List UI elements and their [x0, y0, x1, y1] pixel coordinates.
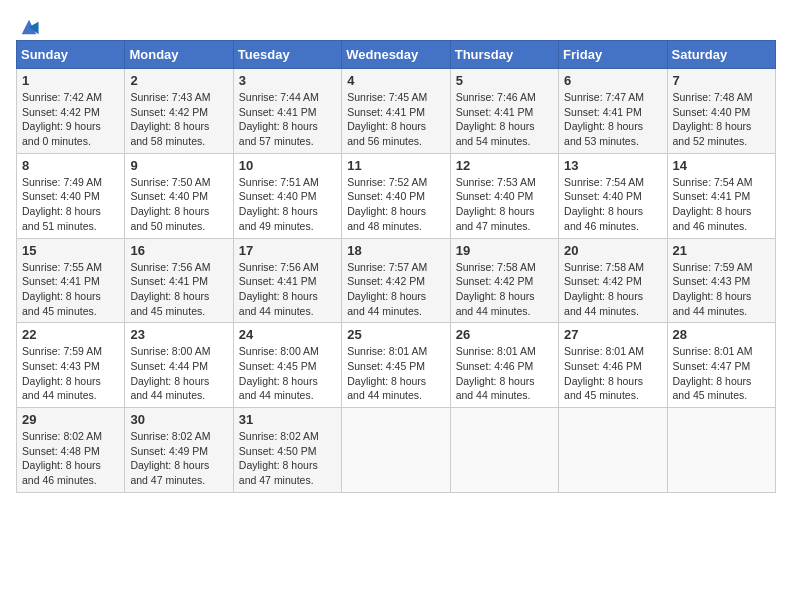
- logo: [16, 16, 40, 32]
- header-tuesday: Tuesday: [233, 41, 341, 69]
- day-number: 2: [130, 73, 227, 88]
- day-info: Sunrise: 7:42 AM Sunset: 4:42 PM Dayligh…: [22, 90, 119, 149]
- header-sunday: Sunday: [17, 41, 125, 69]
- day-number: 9: [130, 158, 227, 173]
- day-cell: 2 Sunrise: 7:43 AM Sunset: 4:42 PM Dayli…: [125, 69, 233, 154]
- header-saturday: Saturday: [667, 41, 775, 69]
- day-cell: 24 Sunrise: 8:00 AM Sunset: 4:45 PM Dayl…: [233, 323, 341, 408]
- day-number: 21: [673, 243, 770, 258]
- day-info: Sunrise: 7:57 AM Sunset: 4:42 PM Dayligh…: [347, 260, 444, 319]
- week-row-1: 1 Sunrise: 7:42 AM Sunset: 4:42 PM Dayli…: [17, 69, 776, 154]
- day-number: 23: [130, 327, 227, 342]
- day-number: 8: [22, 158, 119, 173]
- day-cell: 11 Sunrise: 7:52 AM Sunset: 4:40 PM Dayl…: [342, 153, 450, 238]
- day-cell: 20 Sunrise: 7:58 AM Sunset: 4:42 PM Dayl…: [559, 238, 667, 323]
- day-cell: 29 Sunrise: 8:02 AM Sunset: 4:48 PM Dayl…: [17, 408, 125, 493]
- day-info: Sunrise: 7:45 AM Sunset: 4:41 PM Dayligh…: [347, 90, 444, 149]
- day-number: 20: [564, 243, 661, 258]
- header-friday: Friday: [559, 41, 667, 69]
- day-info: Sunrise: 7:51 AM Sunset: 4:40 PM Dayligh…: [239, 175, 336, 234]
- day-cell: 3 Sunrise: 7:44 AM Sunset: 4:41 PM Dayli…: [233, 69, 341, 154]
- day-cell: [342, 408, 450, 493]
- day-number: 18: [347, 243, 444, 258]
- day-cell: 13 Sunrise: 7:54 AM Sunset: 4:40 PM Dayl…: [559, 153, 667, 238]
- header-monday: Monday: [125, 41, 233, 69]
- day-info: Sunrise: 8:02 AM Sunset: 4:49 PM Dayligh…: [130, 429, 227, 488]
- day-cell: 19 Sunrise: 7:58 AM Sunset: 4:42 PM Dayl…: [450, 238, 558, 323]
- day-number: 13: [564, 158, 661, 173]
- day-number: 12: [456, 158, 553, 173]
- day-info: Sunrise: 7:58 AM Sunset: 4:42 PM Dayligh…: [564, 260, 661, 319]
- day-number: 27: [564, 327, 661, 342]
- day-cell: [559, 408, 667, 493]
- day-info: Sunrise: 8:01 AM Sunset: 4:45 PM Dayligh…: [347, 344, 444, 403]
- day-cell: 17 Sunrise: 7:56 AM Sunset: 4:41 PM Dayl…: [233, 238, 341, 323]
- calendar-header-row: SundayMondayTuesdayWednesdayThursdayFrid…: [17, 41, 776, 69]
- day-info: Sunrise: 7:56 AM Sunset: 4:41 PM Dayligh…: [130, 260, 227, 319]
- day-number: 4: [347, 73, 444, 88]
- day-cell: 4 Sunrise: 7:45 AM Sunset: 4:41 PM Dayli…: [342, 69, 450, 154]
- day-info: Sunrise: 7:53 AM Sunset: 4:40 PM Dayligh…: [456, 175, 553, 234]
- day-number: 15: [22, 243, 119, 258]
- day-cell: 8 Sunrise: 7:49 AM Sunset: 4:40 PM Dayli…: [17, 153, 125, 238]
- day-info: Sunrise: 7:46 AM Sunset: 4:41 PM Dayligh…: [456, 90, 553, 149]
- day-info: Sunrise: 7:43 AM Sunset: 4:42 PM Dayligh…: [130, 90, 227, 149]
- day-number: 11: [347, 158, 444, 173]
- day-cell: 22 Sunrise: 7:59 AM Sunset: 4:43 PM Dayl…: [17, 323, 125, 408]
- day-cell: 31 Sunrise: 8:02 AM Sunset: 4:50 PM Dayl…: [233, 408, 341, 493]
- day-cell: 18 Sunrise: 7:57 AM Sunset: 4:42 PM Dayl…: [342, 238, 450, 323]
- page-header: [16, 16, 776, 32]
- day-info: Sunrise: 7:58 AM Sunset: 4:42 PM Dayligh…: [456, 260, 553, 319]
- day-number: 17: [239, 243, 336, 258]
- day-number: 24: [239, 327, 336, 342]
- day-cell: 9 Sunrise: 7:50 AM Sunset: 4:40 PM Dayli…: [125, 153, 233, 238]
- day-cell: 10 Sunrise: 7:51 AM Sunset: 4:40 PM Dayl…: [233, 153, 341, 238]
- day-number: 14: [673, 158, 770, 173]
- day-number: 31: [239, 412, 336, 427]
- day-info: Sunrise: 7:59 AM Sunset: 4:43 PM Dayligh…: [673, 260, 770, 319]
- day-info: Sunrise: 8:02 AM Sunset: 4:48 PM Dayligh…: [22, 429, 119, 488]
- calendar: SundayMondayTuesdayWednesdayThursdayFrid…: [16, 40, 776, 493]
- day-info: Sunrise: 7:48 AM Sunset: 4:40 PM Dayligh…: [673, 90, 770, 149]
- day-info: Sunrise: 8:01 AM Sunset: 4:46 PM Dayligh…: [564, 344, 661, 403]
- logo-icon: [18, 16, 40, 38]
- day-info: Sunrise: 7:54 AM Sunset: 4:40 PM Dayligh…: [564, 175, 661, 234]
- week-row-3: 15 Sunrise: 7:55 AM Sunset: 4:41 PM Dayl…: [17, 238, 776, 323]
- day-cell: 25 Sunrise: 8:01 AM Sunset: 4:45 PM Dayl…: [342, 323, 450, 408]
- day-cell: [667, 408, 775, 493]
- week-row-5: 29 Sunrise: 8:02 AM Sunset: 4:48 PM Dayl…: [17, 408, 776, 493]
- day-cell: 21 Sunrise: 7:59 AM Sunset: 4:43 PM Dayl…: [667, 238, 775, 323]
- header-thursday: Thursday: [450, 41, 558, 69]
- header-wednesday: Wednesday: [342, 41, 450, 69]
- day-number: 10: [239, 158, 336, 173]
- day-cell: 5 Sunrise: 7:46 AM Sunset: 4:41 PM Dayli…: [450, 69, 558, 154]
- day-number: 28: [673, 327, 770, 342]
- day-info: Sunrise: 7:50 AM Sunset: 4:40 PM Dayligh…: [130, 175, 227, 234]
- day-number: 30: [130, 412, 227, 427]
- day-info: Sunrise: 8:01 AM Sunset: 4:47 PM Dayligh…: [673, 344, 770, 403]
- day-number: 22: [22, 327, 119, 342]
- day-cell: 12 Sunrise: 7:53 AM Sunset: 4:40 PM Dayl…: [450, 153, 558, 238]
- day-info: Sunrise: 7:47 AM Sunset: 4:41 PM Dayligh…: [564, 90, 661, 149]
- day-number: 1: [22, 73, 119, 88]
- week-row-2: 8 Sunrise: 7:49 AM Sunset: 4:40 PM Dayli…: [17, 153, 776, 238]
- day-cell: 28 Sunrise: 8:01 AM Sunset: 4:47 PM Dayl…: [667, 323, 775, 408]
- day-number: 7: [673, 73, 770, 88]
- day-cell: 27 Sunrise: 8:01 AM Sunset: 4:46 PM Dayl…: [559, 323, 667, 408]
- day-number: 5: [456, 73, 553, 88]
- day-info: Sunrise: 8:00 AM Sunset: 4:45 PM Dayligh…: [239, 344, 336, 403]
- day-cell: [450, 408, 558, 493]
- day-info: Sunrise: 7:55 AM Sunset: 4:41 PM Dayligh…: [22, 260, 119, 319]
- day-number: 16: [130, 243, 227, 258]
- day-cell: 16 Sunrise: 7:56 AM Sunset: 4:41 PM Dayl…: [125, 238, 233, 323]
- day-cell: 1 Sunrise: 7:42 AM Sunset: 4:42 PM Dayli…: [17, 69, 125, 154]
- day-info: Sunrise: 7:56 AM Sunset: 4:41 PM Dayligh…: [239, 260, 336, 319]
- day-number: 6: [564, 73, 661, 88]
- day-cell: 14 Sunrise: 7:54 AM Sunset: 4:41 PM Dayl…: [667, 153, 775, 238]
- day-number: 19: [456, 243, 553, 258]
- day-info: Sunrise: 7:44 AM Sunset: 4:41 PM Dayligh…: [239, 90, 336, 149]
- day-info: Sunrise: 7:49 AM Sunset: 4:40 PM Dayligh…: [22, 175, 119, 234]
- day-cell: 30 Sunrise: 8:02 AM Sunset: 4:49 PM Dayl…: [125, 408, 233, 493]
- day-info: Sunrise: 8:01 AM Sunset: 4:46 PM Dayligh…: [456, 344, 553, 403]
- day-number: 26: [456, 327, 553, 342]
